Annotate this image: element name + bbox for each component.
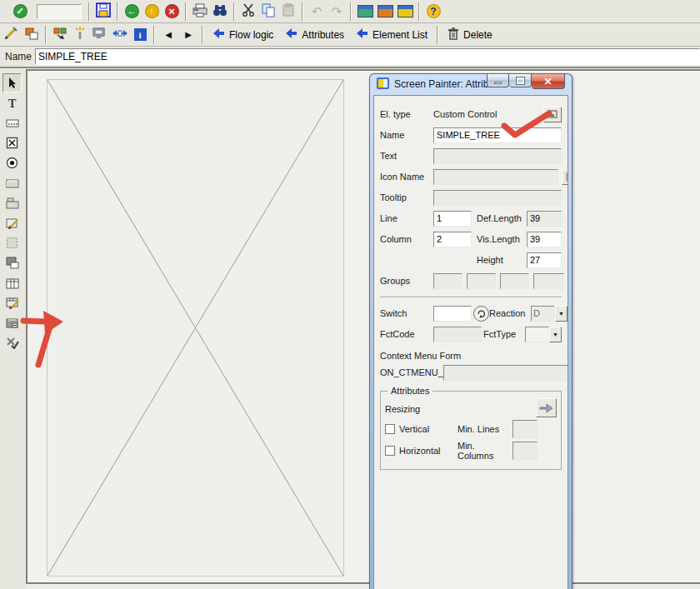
element-list-button[interactable]: Element List <box>350 26 433 44</box>
checkbox-tool[interactable] <box>2 133 22 152</box>
copy-button[interactable] <box>258 2 278 21</box>
custom-control-placeholder[interactable] <box>47 79 344 577</box>
input-field-tool[interactable] <box>2 113 22 132</box>
enter-button[interactable]: ✓ <box>10 2 30 21</box>
work-area: T Scre <box>0 69 700 589</box>
fct-type-dropdown-arrow-icon[interactable]: ▼ <box>549 327 562 342</box>
tooltip-input <box>433 190 562 206</box>
copy-icon <box>262 3 276 20</box>
icon-browse-button[interactable] <box>562 169 568 185</box>
el-type-detail-button[interactable] <box>543 107 562 122</box>
exit-button[interactable]: × <box>162 2 182 21</box>
separator <box>153 26 155 44</box>
frame-tool[interactable] <box>2 233 22 252</box>
element-name-input[interactable] <box>35 48 700 65</box>
command-field[interactable] <box>37 4 82 19</box>
session-button-3[interactable] <box>395 2 415 21</box>
prev-screen-button[interactable]: ◀ <box>158 26 178 44</box>
switch-label: Switch <box>380 308 433 318</box>
subscreen-tool[interactable] <box>2 213 22 232</box>
dialog-titlebar[interactable]: Screen Painter: Attributes ✕ <box>370 74 572 94</box>
cut-button[interactable] <box>238 2 258 21</box>
tabstrip-tool[interactable] <box>2 293 22 312</box>
checkbox-icon <box>6 137 18 149</box>
session-button-1[interactable] <box>355 2 375 21</box>
main-toolbar: ✓ ← ↑ × <box>0 0 700 23</box>
info-icon: i <box>134 28 147 41</box>
icon-name-label: Icon Name <box>380 172 433 182</box>
attributes-button[interactable]: Attributes <box>279 26 350 44</box>
on-ctmenu-input <box>443 365 568 381</box>
separator <box>88 2 90 21</box>
element-list-label: Element List <box>372 29 428 41</box>
el-type-value: Custom Control <box>433 109 497 119</box>
el-type-label: El. type <box>380 109 433 119</box>
radio-button-tool[interactable] <box>2 153 22 172</box>
fct-type-dropdown[interactable]: ▼ <box>525 327 562 342</box>
switch-select-button[interactable] <box>473 306 489 322</box>
undo-button[interactable]: ↶ <box>307 2 327 21</box>
pointer-tool[interactable] <box>2 73 22 92</box>
save-button[interactable] <box>93 2 113 21</box>
redo-button[interactable]: ↷ <box>327 2 347 21</box>
fct-type-value <box>525 327 549 342</box>
toggle-edit-button[interactable] <box>2 26 22 44</box>
screens-icon <box>92 27 108 42</box>
close-button[interactable]: ✕ <box>532 74 565 89</box>
pushbutton-tool[interactable] <box>2 173 22 192</box>
box-icon <box>6 197 19 209</box>
minimize-button[interactable] <box>487 74 509 87</box>
separator <box>350 2 352 21</box>
session-window-icon <box>398 5 413 17</box>
overlapping-rects-icon <box>6 257 19 269</box>
window-restore-icon <box>548 110 558 118</box>
cancel-x-icon: × <box>165 4 179 18</box>
name-field-input[interactable] <box>433 127 562 143</box>
reaction-dropdown-arrow-icon[interactable]: ▼ <box>555 306 568 322</box>
subscreen-area-tool[interactable] <box>2 253 22 272</box>
save-icon <box>96 2 111 20</box>
status-icon-tool[interactable] <box>2 333 22 352</box>
column-label: Column <box>380 234 433 244</box>
screens-button[interactable] <box>90 26 110 44</box>
elements-icon <box>53 27 68 42</box>
box-tool[interactable] <box>2 193 22 212</box>
line-input[interactable] <box>433 211 472 227</box>
separator <box>202 26 203 44</box>
layout-canvas[interactable] <box>26 69 700 584</box>
text-field-label: Text <box>380 151 433 161</box>
enter-check-icon: ✓ <box>13 4 28 18</box>
element-palette-button[interactable] <box>50 26 70 44</box>
text-field-input <box>433 148 562 164</box>
info-button[interactable]: i <box>130 26 150 44</box>
vertical-resizing-checkbox[interactable] <box>385 424 395 434</box>
custom-control-tool[interactable] <box>2 313 22 332</box>
maximize-button[interactable] <box>509 74 532 87</box>
switch-input[interactable] <box>433 306 472 322</box>
table-control-tool[interactable] <box>2 273 22 292</box>
ok-check-icon <box>6 337 19 349</box>
dashed-frame-icon <box>6 237 18 249</box>
flow-logic-button[interactable]: Flow logic <box>207 26 279 44</box>
help-button[interactable]: ? <box>423 2 443 21</box>
delete-button[interactable]: Delete <box>442 26 498 44</box>
paste-button[interactable] <box>278 2 298 21</box>
on-ctmenu-label: ON_CTMENU_ <box>380 367 443 377</box>
app-toolbar: i ◀ ▶ Flow logic Attributes Element List… <box>0 23 700 47</box>
print-button[interactable] <box>190 2 210 21</box>
pushbutton-icon <box>6 177 19 189</box>
text-tool[interactable]: T <box>2 93 22 112</box>
column-input[interactable] <box>433 232 472 247</box>
vis-length-input[interactable] <box>527 232 562 247</box>
move-button[interactable] <box>110 26 130 44</box>
create-element-button[interactable] <box>70 26 90 44</box>
session-button-2[interactable] <box>375 2 395 21</box>
layout-editor-button[interactable] <box>22 26 42 44</box>
find-button[interactable] <box>210 2 230 21</box>
next-screen-button[interactable]: ▶ <box>178 26 198 44</box>
up-button[interactable]: ↑ <box>142 2 162 21</box>
height-input[interactable] <box>527 252 562 268</box>
fct-code-input <box>433 327 482 342</box>
horizontal-resizing-checkbox[interactable] <box>385 446 395 456</box>
back-button[interactable]: ← <box>122 2 142 21</box>
